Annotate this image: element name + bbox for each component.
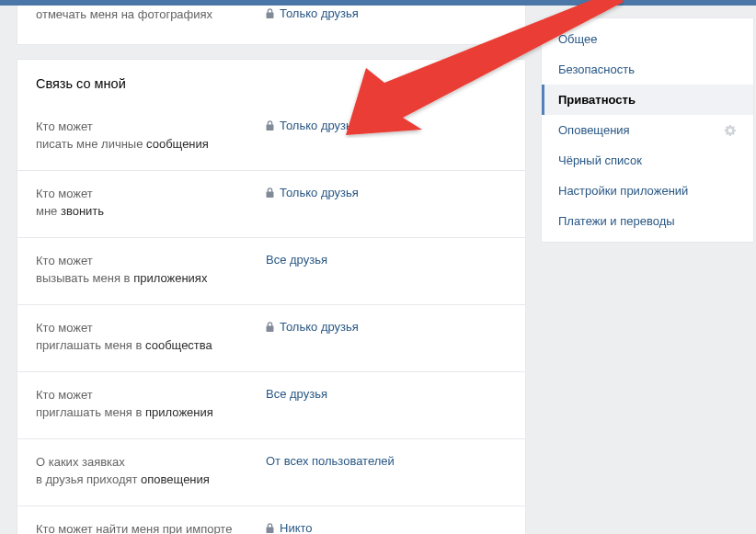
setting-row: О каких заявкахв друзья приходят оповеще… [17,438,525,506]
setting-value-cell: Только друзья [266,118,507,153]
setting-value[interactable]: Все друзья [266,253,327,267]
nav-item-label: Платежи и переводы [558,214,675,228]
nav-item-приватность[interactable]: Приватность [542,85,753,115]
settings-nav: ОбщееБезопасностьПриватностьОповещенияЧё… [541,17,754,243]
setting-value[interactable]: От всех пользователей [266,454,395,468]
setting-row: Кто можетприглашать меня в приложенияВсе… [17,371,525,438]
setting-row: Кто можетписать мне личные сообщенияТоль… [17,104,525,170]
settings-main-column: отмечать меня на фотографиях Только друз… [17,6,526,534]
setting-label-line2: в друзья приходят оповещения [36,471,266,489]
setting-label: Кто можетмне звонить [36,185,266,221]
setting-row: Кто может найти меня при импортеконтакто… [17,506,525,535]
setting-value-cell: Все друзья [266,386,507,422]
nav-item-label: Настройки приложений [558,184,688,198]
setting-value[interactable]: Только друзья [280,186,359,199]
nav-item-чёрный-список[interactable]: Чёрный список [542,145,753,176]
setting-value[interactable]: Только друзья [280,320,359,334]
setting-label: Кто можетписать мне личные сообщения [36,118,266,153]
settings-panel-partial: отмечать меня на фотографиях Только друз… [17,6,526,45]
setting-value[interactable]: Никто [280,521,313,535]
setting-label-line2: мне звонить [36,202,266,221]
setting-label: отмечать меня на фотографиях [36,6,266,24]
setting-value[interactable]: Только друзья [280,6,359,20]
nav-item-оповещения[interactable]: Оповещения [542,115,753,145]
section-title: Связь со мной [17,60,525,104]
setting-label: О каких заявкахв друзья приходят оповеще… [36,453,266,489]
setting-value[interactable]: Только друзья [280,119,359,132]
setting-label-line1: Кто может [36,319,266,337]
lock-icon [266,523,274,533]
setting-label-line1: Кто может [36,386,266,404]
setting-value[interactable]: Все друзья [266,387,327,401]
setting-label: Кто можетприглашать меня в приложения [36,386,266,422]
setting-row: Кто можетмне звонитьТолько друзья [17,170,525,237]
setting-label-line1: Кто может [36,185,266,203]
nav-item-label: Безопасность [558,62,635,76]
lock-icon [266,8,274,18]
setting-value-cell: Только друзья [266,6,507,24]
lock-icon [266,120,274,131]
setting-value-cell: Только друзья [266,319,507,355]
nav-item-label: Общее [558,32,598,46]
setting-label-line1: О каких заявках [36,453,266,472]
setting-label-line1: Кто может найти меня при импорте [36,520,266,535]
nav-item-label: Приватность [558,93,636,107]
nav-item-настройки-приложений[interactable]: Настройки приложений [542,176,753,206]
settings-sidebar-column: ОбщееБезопасностьПриватностьОповещенияЧё… [541,6,754,534]
setting-label-line2: приглашать меня в приложения [36,403,266,422]
setting-row: отмечать меня на фотографиях Только друз… [17,6,525,35]
nav-item-платежи-и-переводы[interactable]: Платежи и переводы [542,206,753,236]
setting-row: Кто можетприглашать меня в сообществаТол… [17,304,525,371]
setting-label-line2: писать мне личные сообщения [36,135,266,153]
lock-icon [266,187,274,198]
nav-item-безопасность[interactable]: Безопасность [542,54,753,85]
lock-icon [266,322,274,332]
setting-value-cell: От всех пользователей [266,453,507,489]
nav-item-label: Оповещения [558,123,630,137]
setting-value-cell: Только друзья [266,185,507,221]
setting-label: Кто можетвызывать меня в приложениях [36,252,266,288]
setting-value-cell: Никто [266,520,507,535]
setting-label: Кто может найти меня при импортеконтакто… [36,520,266,535]
gear-icon[interactable] [724,124,737,137]
setting-row: Кто можетвызывать меня в приложенияхВсе … [17,237,525,304]
setting-label-line1: Кто может [36,118,266,136]
nav-item-общее[interactable]: Общее [542,24,753,54]
setting-label: Кто можетприглашать меня в сообщества [36,319,266,355]
setting-label-line1: Кто может [36,252,266,270]
setting-value-cell: Все друзья [266,252,507,288]
nav-item-label: Чёрный список [558,153,642,167]
settings-panel-contact: Связь со мной Кто можетписать мне личные… [17,59,526,535]
setting-label-line2: отмечать меня на фотографиях [36,7,212,21]
setting-label-line2: приглашать меня в сообщества [36,336,266,355]
setting-label-line2: вызывать меня в приложениях [36,269,266,288]
